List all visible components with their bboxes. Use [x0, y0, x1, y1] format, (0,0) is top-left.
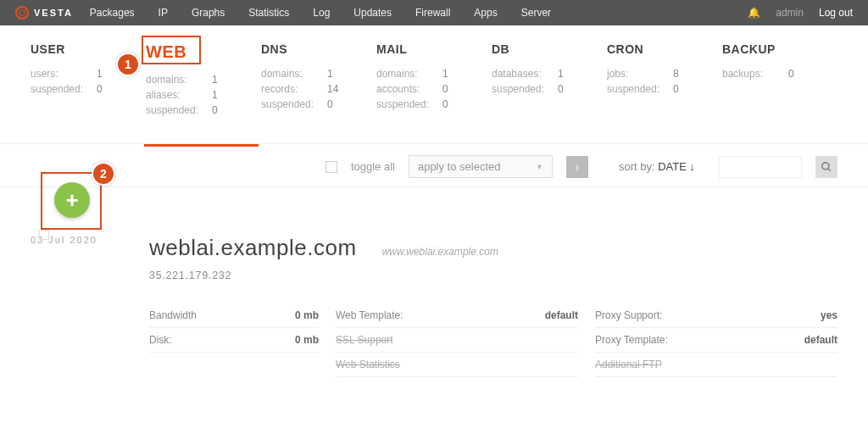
toggle-all-checkbox[interactable]: [326, 161, 337, 173]
toggle-all-label[interactable]: toggle all: [351, 160, 395, 173]
detail-row: SSL Support: [336, 328, 578, 353]
brand-text: VESTA: [34, 8, 73, 18]
domain-alias: www.weblai.example.com: [382, 246, 498, 258]
nav-packages[interactable]: Packages: [90, 7, 135, 19]
topbar: VESTA PackagesIPGraphsStatisticsLogUpdat…: [0, 0, 868, 25]
logo[interactable]: VESTA: [15, 6, 73, 19]
stat-cron[interactable]: CRONjobs:8suspended:0: [607, 42, 722, 120]
domain-ip: 35.221.179.232: [149, 270, 837, 281]
stat-backup[interactable]: BACKUPbackups:0: [722, 42, 837, 120]
bell-icon[interactable]: 🔔: [748, 7, 760, 19]
search-button[interactable]: [815, 156, 837, 178]
domain-name[interactable]: weblai.example.com: [149, 235, 357, 261]
stat-mail[interactable]: MAILdomains:1accounts:0suspended:0: [376, 42, 492, 120]
detail-row: Disk:0 mb: [149, 328, 319, 353]
add-button[interactable]: +: [54, 182, 90, 218]
search-icon: [821, 161, 832, 173]
svg-line-1: [828, 168, 831, 170]
annotation-marker-2: 2: [92, 162, 115, 186]
domain-entry: 03 Jul 2020 weblai.example.com www.webla…: [31, 187, 837, 377]
row-checkbox[interactable]: [39, 230, 49, 240]
toolbar-wrap: toggle all apply to selected ▼ › sort by…: [0, 143, 868, 187]
bulk-action-select[interactable]: apply to selected ▼: [409, 155, 553, 178]
svg-point-0: [822, 162, 829, 169]
nav-statistics[interactable]: Statistics: [248, 7, 289, 19]
nav-updates[interactable]: Updates: [353, 7, 392, 19]
sort-by[interactable]: sort by: DATE ↓: [619, 160, 695, 173]
stats-row: USERusers:1suspended:0WEBdomains:1aliase…: [0, 25, 868, 143]
stat-dns[interactable]: DNSdomains:1records:14suspended:0: [261, 42, 376, 120]
right-nav: 🔔 admin Log out: [748, 7, 853, 19]
nav-graphs[interactable]: Graphs: [192, 7, 225, 19]
nav-apps[interactable]: Apps: [474, 7, 497, 19]
detail-row: Web Statistics: [336, 353, 578, 377]
chevron-down-icon: ▼: [536, 163, 543, 171]
detail-row: Proxy Support:yes: [595, 303, 837, 328]
search-input[interactable]: [719, 156, 802, 178]
detail-row: Additional FTP: [595, 353, 837, 377]
main-nav: PackagesIPGraphsStatisticsLogUpdatesFire…: [90, 7, 748, 19]
detail-row: Bandwidth0 mb: [149, 303, 319, 328]
nav-firewall[interactable]: Firewall: [415, 7, 450, 19]
logout-link[interactable]: Log out: [819, 7, 853, 19]
toolbar: toggle all apply to selected ▼ › sort by…: [0, 147, 868, 186]
user-label[interactable]: admin: [776, 7, 804, 19]
details-grid: Bandwidth0 mbDisk:0 mbWeb Template:defau…: [149, 303, 837, 377]
nav-ip[interactable]: IP: [159, 7, 168, 19]
annotation-marker-1: 1: [116, 53, 140, 76]
detail-row: Web Template:default: [336, 303, 578, 328]
logo-icon: [15, 6, 29, 19]
content: 2 + 03 Jul 2020 weblai.example.com www.w…: [0, 187, 868, 377]
annotation-box-web: [142, 36, 201, 64]
detail-row: Proxy Template:default: [595, 328, 837, 353]
stat-db[interactable]: DBdatabases:1suspended:0: [492, 42, 607, 120]
apply-button[interactable]: ›: [566, 156, 588, 178]
nav-server[interactable]: Server: [521, 7, 551, 19]
nav-log[interactable]: Log: [313, 7, 330, 19]
